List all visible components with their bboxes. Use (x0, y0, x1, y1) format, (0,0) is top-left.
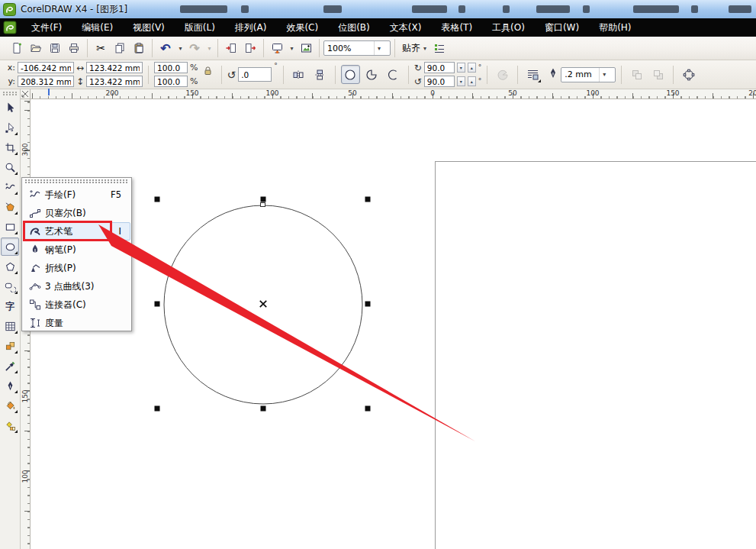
flyout-item-label: 钢笔(P) (45, 244, 76, 257)
zoom-level-combo[interactable]: ▾ (323, 40, 391, 56)
y-position-input[interactable] (18, 76, 74, 87)
outline-width-combo[interactable]: ▾ (561, 67, 616, 82)
copy-button[interactable] (111, 39, 129, 57)
mirror-horizontal-button[interactable] (289, 65, 308, 84)
snap-to-button[interactable]: 贴齐 ▾ (399, 39, 429, 57)
new-button[interactable] (8, 39, 26, 57)
flyout-item-bezier[interactable]: 贝塞尔(B) (23, 204, 130, 222)
freehand-tool[interactable] (1, 178, 19, 196)
menu-arrange[interactable]: 排列(A) (225, 18, 277, 37)
flyout-item-pen[interactable]: 钢笔(P) (23, 241, 130, 259)
chevron-down-icon: ▾ (290, 45, 293, 52)
menu-bitmaps[interactable]: 位图(B) (328, 18, 380, 37)
flyout-item-label: 度量 (45, 317, 63, 330)
save-button[interactable] (46, 39, 64, 57)
table-tool[interactable] (1, 317, 19, 335)
end-angle-up-button[interactable]: ▴ (468, 76, 476, 86)
crop-tool[interactable] (1, 138, 19, 157)
menu-edit[interactable]: 编辑(E) (72, 18, 123, 37)
lock-ratio-button[interactable] (201, 63, 216, 78)
pick-tool[interactable] (1, 98, 19, 117)
flyout-item-dimension[interactable]: 度量 (23, 314, 130, 332)
flyout-drag-handle[interactable] (25, 179, 128, 184)
menu-tools[interactable]: 工具(O) (482, 18, 535, 37)
open-button[interactable] (27, 39, 45, 57)
flyout-item-connector[interactable]: 连接器(C) (23, 295, 130, 314)
spin-up-icon: ▴ (471, 65, 473, 70)
undo-button[interactable]: ↶ (156, 39, 175, 57)
ruler-number: 50 (506, 89, 520, 97)
blend-tool[interactable] (1, 337, 19, 355)
scale-vertical-input[interactable] (154, 76, 188, 87)
menu-file[interactable]: 文件(F) (21, 18, 72, 37)
outline-pen-tool[interactable] (1, 376, 19, 395)
convert-to-curves-button[interactable] (679, 65, 698, 84)
start-angle-input[interactable] (424, 62, 455, 73)
end-angle-down-button[interactable]: ▾ (457, 76, 465, 86)
to-back-button[interactable] (648, 65, 668, 84)
flyout-item-label: 贝塞尔(B) (45, 207, 86, 220)
export-button[interactable] (241, 39, 259, 57)
mirror-horizontal-icon (292, 69, 304, 81)
paste-button[interactable] (130, 39, 148, 57)
wrap-text-button[interactable] (523, 65, 542, 84)
toolbox-drag-handle[interactable] (3, 92, 17, 95)
flyout-item-3-point-curve[interactable]: 3 点曲线(3) (23, 277, 130, 295)
horizontal-ruler[interactable]: 200 150 100 50 0 50 100 150 20 (31, 89, 756, 99)
undo-dropdown-button[interactable]: ▾ (175, 39, 185, 57)
to-front-button[interactable] (627, 65, 646, 84)
options-button[interactable] (430, 39, 449, 57)
menu-window[interactable]: 窗口(W) (535, 18, 589, 37)
object-height-input[interactable] (86, 76, 143, 87)
end-angle-input[interactable] (424, 76, 455, 87)
menu-text[interactable]: 文本(X) (380, 18, 432, 37)
polygon-tool[interactable] (1, 257, 19, 276)
page-border-top (435, 161, 756, 162)
ruler-origin-corner[interactable] (21, 89, 31, 99)
launcher-dropdown-button[interactable]: ▾ (287, 39, 296, 57)
scale-horizontal-input[interactable] (154, 62, 188, 73)
menu-table[interactable]: 表格(T) (431, 18, 482, 37)
drawing-canvas[interactable] (31, 99, 756, 549)
menu-effects[interactable]: 效果(C) (276, 18, 328, 37)
flyout-item-polyline[interactable]: 折线(P) (23, 259, 130, 277)
zoom-level-input[interactable] (324, 44, 373, 53)
start-angle-up-button[interactable]: ▴ (468, 63, 476, 73)
application-launcher-button[interactable] (268, 39, 286, 57)
welcome-screen-button[interactable] (297, 39, 315, 57)
smart-fill-icon (5, 202, 16, 213)
mirror-vertical-button[interactable] (310, 65, 330, 84)
start-angle-down-button[interactable]: ▾ (457, 63, 465, 73)
fill-tool[interactable] (1, 396, 19, 415)
object-width-input[interactable] (86, 62, 143, 73)
ellipse-mode-button[interactable] (341, 65, 360, 84)
menu-view[interactable]: 视图(V) (123, 18, 175, 37)
interactive-fill-tool[interactable] (1, 416, 19, 434)
zoom-tool[interactable] (1, 158, 19, 176)
menu-help[interactable]: 帮助(H) (589, 18, 641, 37)
cut-button[interactable]: ✂ (92, 39, 110, 57)
rotation-angle-input[interactable] (238, 67, 272, 82)
rectangle-tool[interactable] (1, 218, 19, 236)
redo-dropdown-button[interactable]: ▾ (204, 39, 214, 57)
basic-shapes-tool[interactable] (1, 277, 19, 295)
flyout-item-label: 折线(P) (45, 262, 76, 275)
import-button[interactable] (222, 39, 240, 57)
smart-fill-tool[interactable] (1, 198, 19, 216)
text-tool[interactable]: 字 (1, 297, 19, 315)
menu-layout[interactable]: 版面(L) (175, 18, 225, 37)
coreldraw-logo-icon (3, 3, 16, 16)
shape-tool[interactable] (1, 118, 19, 137)
clockwise-arc-button[interactable] (493, 65, 512, 84)
arc-mode-button[interactable] (384, 65, 403, 84)
flyout-item-freehand[interactable]: 手绘(F) F5 (23, 186, 130, 204)
eyedropper-tool[interactable] (1, 357, 19, 375)
x-position-input[interactable] (18, 62, 74, 73)
to-front-icon (631, 69, 643, 81)
outline-width-input[interactable] (561, 69, 598, 79)
pie-mode-button[interactable] (362, 65, 381, 84)
printer-icon (68, 42, 80, 54)
redo-button[interactable]: ↷ (185, 39, 204, 57)
ellipse-tool[interactable] (1, 237, 19, 256)
print-button[interactable] (65, 39, 83, 57)
